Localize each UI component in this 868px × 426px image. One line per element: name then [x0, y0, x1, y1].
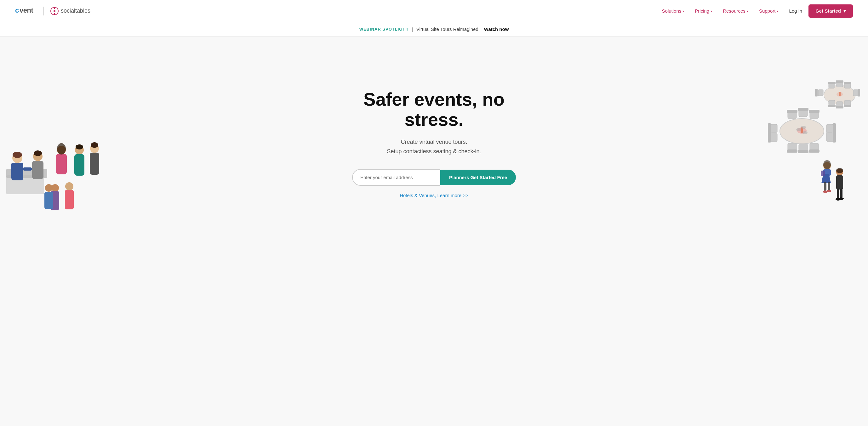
svg-point-56 — [796, 128, 801, 131]
hero-title: Safer events, no stress. — [346, 89, 522, 130]
svg-rect-44 — [799, 144, 808, 151]
svg-rect-85 — [828, 105, 836, 107]
svg-rect-30 — [65, 190, 74, 209]
svg-rect-19 — [56, 154, 67, 174]
navbar: c vent socialtables Solutions ▾ Pricing — [0, 0, 868, 22]
cvent-logo[interactable]: c vent — [15, 6, 37, 17]
svg-rect-41 — [809, 110, 819, 113]
svg-rect-37 — [787, 110, 798, 113]
svg-point-67 — [823, 160, 831, 169]
svg-point-73 — [839, 197, 844, 200]
svg-rect-66 — [821, 171, 825, 176]
svg-rect-81 — [836, 80, 843, 83]
pricing-chevron: ▾ — [711, 9, 712, 13]
pricing-label: Pricing — [695, 8, 709, 13]
svg-point-31 — [45, 184, 53, 192]
svg-point-29 — [65, 182, 73, 191]
svg-rect-32 — [44, 192, 53, 209]
socialtables-icon — [50, 7, 59, 16]
hero-form: Planners Get Started Free — [346, 169, 522, 186]
svg-rect-84 — [829, 100, 835, 105]
nav-solutions[interactable]: Solutions ▾ — [658, 6, 689, 16]
venues-link[interactable]: Hotels & Venues, Learn more >> — [400, 193, 468, 198]
support-chevron: ▾ — [777, 9, 778, 13]
svg-rect-12 — [11, 163, 23, 169]
planners-cta-button[interactable]: Planners Get Started Free — [440, 170, 516, 185]
logo-area[interactable]: c vent socialtables — [15, 6, 90, 17]
get-started-label: Get Started — [815, 8, 841, 13]
webinar-divider: | — [412, 27, 413, 32]
solutions-chevron: ▾ — [682, 9, 684, 13]
hero-subtitle-line1: Create virtual venue tours. — [346, 137, 522, 147]
nav-resources[interactable]: Resources ▾ — [718, 6, 753, 16]
svg-rect-25 — [90, 152, 99, 175]
svg-point-57 — [803, 131, 808, 134]
hero-subtitle-line2: Setup contactless seating & check-in. — [346, 147, 522, 157]
svg-rect-50 — [770, 133, 777, 142]
svg-rect-71 — [840, 189, 842, 198]
webinar-title: Virtual Site Tours Reimagined — [416, 27, 478, 32]
svg-point-64 — [823, 191, 827, 193]
get-started-button[interactable]: Get Started ▾ — [808, 4, 853, 18]
svg-rect-22 — [74, 154, 84, 176]
logo-divider — [43, 7, 44, 16]
svg-point-3 — [54, 10, 56, 12]
svg-rect-45 — [798, 150, 808, 153]
svg-point-20 — [57, 143, 66, 154]
svg-point-74 — [836, 168, 843, 173]
svg-rect-87 — [836, 106, 843, 109]
svg-rect-79 — [828, 82, 836, 84]
get-started-chevron: ▾ — [843, 8, 846, 14]
svg-rect-86 — [837, 102, 843, 107]
svg-rect-83 — [844, 82, 851, 84]
svg-rect-43 — [787, 149, 798, 152]
svg-rect-39 — [798, 108, 808, 111]
svg-point-65 — [827, 190, 831, 192]
svg-rect-77 — [839, 92, 841, 96]
svg-rect-92 — [818, 90, 823, 96]
socialtables-text: socialtables — [61, 7, 90, 14]
svg-rect-89 — [844, 105, 851, 107]
svg-point-17 — [34, 150, 42, 156]
svg-rect-13 — [23, 167, 32, 171]
svg-point-14 — [12, 152, 22, 158]
nav-links: Solutions ▾ Pricing ▾ Resources ▾ Suppor… — [658, 4, 853, 18]
svg-point-58 — [801, 126, 806, 129]
resources-chevron: ▾ — [747, 9, 748, 13]
svg-point-23 — [75, 144, 83, 149]
svg-text:c: c — [15, 6, 19, 14]
support-label: Support — [759, 8, 776, 13]
svg-rect-88 — [844, 100, 851, 105]
hero-center: Safer events, no stress. Create virtual … — [340, 70, 528, 217]
socialtables-logo[interactable]: socialtables — [50, 7, 90, 16]
svg-rect-69 — [836, 175, 843, 190]
planners-cta-label: Planners Get Started Free — [449, 175, 507, 180]
svg-rect-91 — [858, 89, 860, 96]
svg-rect-90 — [853, 90, 858, 96]
watch-now-link[interactable]: Watch now — [484, 27, 509, 32]
left-illustration — [0, 75, 120, 251]
nav-support[interactable]: Support ▾ — [755, 6, 783, 16]
hero-section: Safer events, no stress. Create virtual … — [0, 36, 868, 251]
nav-pricing[interactable]: Pricing ▾ — [690, 6, 716, 16]
svg-rect-54 — [827, 133, 833, 142]
right-illustration — [736, 43, 868, 220]
svg-rect-48 — [770, 124, 777, 133]
svg-rect-51 — [768, 132, 771, 143]
svg-rect-93 — [815, 89, 817, 96]
svg-rect-46 — [810, 143, 818, 150]
solutions-label: Solutions — [662, 8, 682, 13]
resources-label: Resources — [723, 8, 745, 13]
svg-rect-70 — [837, 189, 839, 199]
hero-subtitle: Create virtual venue tours. Setup contac… — [346, 137, 522, 157]
email-input[interactable] — [352, 169, 440, 186]
svg-rect-63 — [828, 181, 830, 191]
webinar-banner: WEBINAR SPOTLIGHT | Virtual Site Tours R… — [0, 22, 868, 36]
nav-login[interactable]: Log In — [784, 6, 807, 16]
svg-text:vent: vent — [20, 6, 33, 14]
login-label: Log In — [789, 8, 802, 13]
svg-rect-62 — [824, 181, 827, 191]
svg-rect-16 — [32, 161, 43, 179]
svg-rect-47 — [809, 149, 819, 152]
webinar-spotlight-label: WEBINAR SPOTLIGHT — [359, 27, 409, 31]
